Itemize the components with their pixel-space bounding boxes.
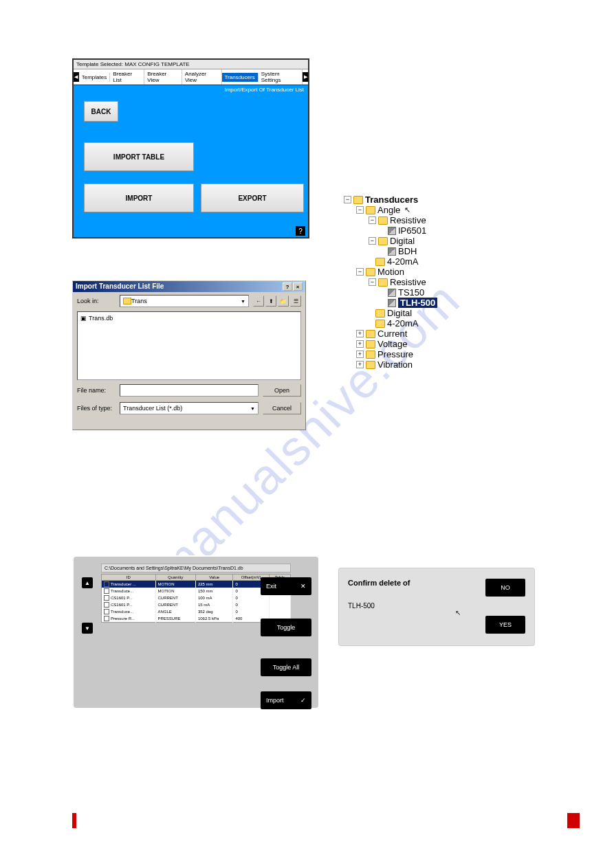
collapse-icon[interactable]: − <box>356 268 364 276</box>
folder-icon <box>378 278 388 287</box>
tree-angle-resistive[interactable]: −Resistive <box>344 215 523 225</box>
tab-analyzer-view[interactable]: Analyzer View <box>182 69 222 85</box>
scroll-down-icon[interactable]: ▼ <box>82 623 93 634</box>
back-nav-icon[interactable]: ← <box>253 296 264 307</box>
tree-motion-resistive[interactable]: −Resistive <box>344 277 523 287</box>
view-menu-icon[interactable]: ☰ <box>290 296 301 307</box>
help-icon[interactable]: ? <box>296 226 305 236</box>
tab-breaker-view[interactable]: Breaker View <box>144 69 182 85</box>
confirm-dialog: Confirm delete of TLH-500 NO YES ↖ <box>337 566 536 647</box>
new-folder-icon[interactable]: 📁 <box>278 296 289 307</box>
import-button[interactable]: IMPORT <box>84 183 194 212</box>
folder-icon <box>366 361 375 369</box>
close-icon: ✕ <box>300 583 306 590</box>
no-button[interactable]: NO <box>485 579 525 597</box>
tree-vibration[interactable]: +Vibration <box>344 359 523 370</box>
tab-bar: ◀ Templates Breaker List Breaker View An… <box>74 69 308 85</box>
folder-icon <box>366 268 375 276</box>
tree-motion-420[interactable]: 4-20mA <box>344 318 523 329</box>
tree-angle-digital[interactable]: −Digital <box>344 236 523 246</box>
tree-bdh[interactable]: BDH <box>344 246 523 256</box>
collapse-icon[interactable]: − <box>344 196 351 203</box>
folder-icon <box>366 206 375 214</box>
import-dialog: Import Transducer List File ? × Look in:… <box>72 280 306 430</box>
folder-icon <box>366 330 375 338</box>
tab-templates[interactable]: Templates <box>79 73 110 82</box>
checkbox[interactable] <box>104 588 109 594</box>
tree-voltage[interactable]: +Voltage <box>344 339 523 349</box>
file-icon: ▣ <box>80 315 87 322</box>
toggle-all-button[interactable]: Toggle All <box>261 658 311 676</box>
checkbox[interactable] <box>104 616 109 621</box>
checkbox[interactable] <box>104 609 109 614</box>
exit-button[interactable]: Exit✕ <box>261 577 311 595</box>
file-list[interactable]: ▣ Trans.db <box>77 311 301 380</box>
chevron-down-icon: ▼ <box>241 299 245 304</box>
template-header: Template Selected: MAX CONFIG TEMPLATE <box>74 60 308 69</box>
up-folder-icon[interactable]: ⬆ <box>265 296 276 307</box>
filename-input[interactable] <box>120 384 259 397</box>
folder-icon <box>123 298 131 304</box>
checkbox[interactable] <box>104 595 109 601</box>
tree-angle[interactable]: −Angle↖ <box>344 205 523 215</box>
help-titlebar-icon[interactable]: ? <box>283 282 292 291</box>
import-confirm-button[interactable]: Import✓ <box>261 691 311 709</box>
look-in-value: Trans <box>131 298 147 304</box>
tree-motion-digital[interactable]: Digital <box>344 308 523 318</box>
folder-icon <box>378 237 388 245</box>
tree-root[interactable]: −Transducers <box>344 194 523 205</box>
file-item[interactable]: ▣ Trans.db <box>80 315 298 322</box>
expand-icon[interactable]: + <box>356 361 364 368</box>
transducer-tree: −Transducers −Angle↖ −Resistive IP6501 −… <box>344 194 523 370</box>
dialog-title: Import Transducer List File <box>76 282 164 291</box>
collapse-icon[interactable]: − <box>356 206 364 214</box>
collapse-icon[interactable]: − <box>369 278 376 286</box>
tree-angle-420[interactable]: 4-20mA <box>344 256 523 267</box>
filestype-select[interactable]: Transducer List (*.db) ▼ <box>120 402 259 414</box>
look-in-select[interactable]: Trans ▼ <box>120 295 249 307</box>
doc-icon <box>388 289 396 297</box>
tree-current[interactable]: +Current <box>344 329 523 339</box>
import-table-button[interactable]: IMPORT TABLE <box>84 142 194 171</box>
export-button[interactable]: EXPORT <box>201 183 304 212</box>
tree-ip6501[interactable]: IP6501 <box>344 225 523 236</box>
tree-tlh500[interactable]: TLH-500 <box>344 298 523 308</box>
tree-pressure[interactable]: +Pressure <box>344 349 523 359</box>
folder-icon <box>366 350 375 359</box>
toggle-button[interactable]: Toggle <box>261 619 311 636</box>
table-row[interactable]: CS1601 P...CURRENT100 mA0 <box>102 594 291 601</box>
dialog-titlebar: Import Transducer List File ? × <box>73 281 305 292</box>
doc-icon <box>388 247 396 256</box>
doc-icon <box>388 299 396 307</box>
tree-motion[interactable]: −Motion <box>344 267 523 277</box>
expand-icon[interactable]: + <box>356 340 364 348</box>
checkbox[interactable] <box>104 581 109 587</box>
confirm-item: TLH-500 <box>348 602 525 610</box>
open-button[interactable]: Open <box>263 384 301 397</box>
chevron-down-icon: ▼ <box>250 406 255 411</box>
tab-scroll-right-icon[interactable]: ▶ <box>303 72 308 82</box>
table-row[interactable]: Transduce...ANGLE352 deg0 <box>102 608 291 615</box>
yes-button[interactable]: YES <box>485 616 525 634</box>
cancel-button[interactable]: Cancel <box>263 402 301 414</box>
expand-icon[interactable]: + <box>356 330 364 337</box>
collapse-icon[interactable]: − <box>369 216 376 224</box>
check-icon: ✓ <box>300 697 306 704</box>
footer-bar <box>72 813 580 828</box>
tab-scroll-left-icon[interactable]: ◀ <box>74 72 79 82</box>
tab-transducers[interactable]: Transducers <box>222 73 259 82</box>
checkbox[interactable] <box>104 602 109 608</box>
tree-ts150[interactable]: TS150 <box>344 287 523 298</box>
tab-system-settings[interactable]: System Settings <box>259 69 303 85</box>
back-button[interactable]: BACK <box>84 101 118 122</box>
folder-icon <box>378 216 388 225</box>
scroll-up-icon[interactable]: ▲ <box>82 577 93 588</box>
close-icon[interactable]: × <box>293 282 303 291</box>
cursor-icon: ↖ <box>455 609 461 616</box>
filename-label: File name: <box>77 387 116 394</box>
table-row[interactable]: CS1601 P...CURRENT15 mA0 <box>102 601 291 608</box>
collapse-icon[interactable]: − <box>369 237 376 245</box>
folder-icon <box>375 258 385 266</box>
tab-breaker-list[interactable]: Breaker List <box>110 69 144 85</box>
expand-icon[interactable]: + <box>356 350 364 358</box>
